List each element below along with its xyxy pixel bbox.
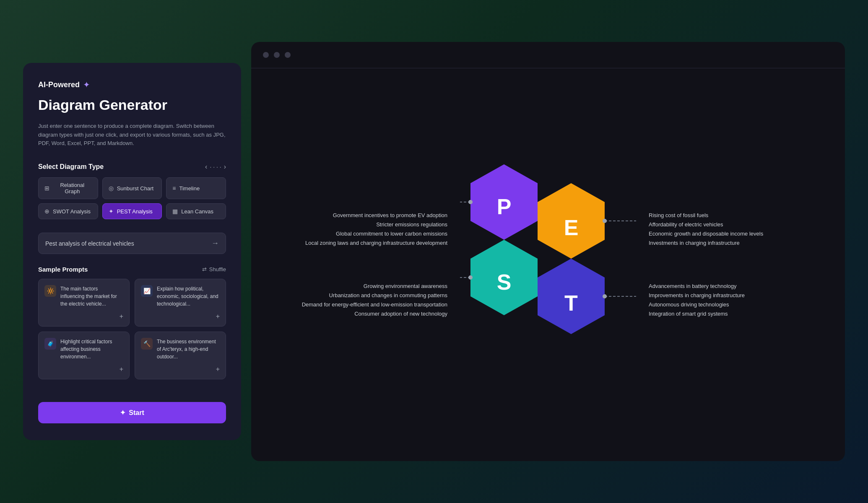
p-label-3: Global commitment to lower carbon emissi…	[305, 229, 447, 239]
t-label-1: Advancements in battery technology	[649, 282, 745, 291]
nav-dots: ‹ · · · · ›	[205, 163, 226, 171]
sample-prompts-title: Sample Prompts	[38, 266, 88, 273]
start-button[interactable]: ✦ Start	[38, 402, 226, 423]
right-labels: Rising cost of fossil fuels Affordabilit…	[636, 211, 828, 319]
diagram-type-title: Select Diagram Type	[38, 163, 104, 171]
prompt-2-icon: 📈	[141, 285, 153, 297]
e-label-3: Economic growth and disposable income le…	[649, 229, 763, 239]
ai-badge: AI-Powered ✦	[38, 80, 226, 90]
panel-description: Just enter one sentence to produce a com…	[38, 122, 226, 148]
panel-title: Diagram Generator	[38, 96, 226, 114]
svg-text:T: T	[564, 290, 578, 315]
t-label-3: Autonomous driving technologies	[649, 300, 745, 309]
svg-text:P: P	[497, 194, 512, 218]
nav-next[interactable]: ›	[224, 163, 226, 171]
input-section: →	[38, 233, 226, 254]
t-label-4: Integration of smart grid systems	[649, 309, 745, 319]
s-label-4: Consumer adoption of new technology	[302, 309, 447, 319]
s-label-2: Urbanization and changes in commuting pa…	[302, 291, 447, 300]
swot-label: SWOT Analysis	[53, 208, 91, 215]
prompt-1-text: The main factors influencing the market …	[60, 285, 123, 308]
timeline-icon: ≡	[172, 185, 176, 192]
diagram-canvas: Government incentives to promote EV adop…	[251, 68, 845, 461]
search-input[interactable]	[45, 240, 207, 247]
nav-prev[interactable]: ‹	[205, 163, 207, 171]
p-label-1: Government incentives to promote EV adop…	[305, 211, 447, 220]
svg-point-15	[603, 294, 607, 298]
prompt-1-icon: 🔆	[44, 285, 56, 297]
lean-canvas-icon: ▦	[172, 208, 178, 215]
s-label-group: Growing environmental awareness Urbaniza…	[302, 282, 447, 319]
btn-timeline[interactable]: ≡ Timeline	[166, 177, 226, 199]
e-label-2: Affordability of electric vehicles	[649, 220, 763, 229]
prompt-card-2[interactable]: 📈 Explain how political, economic, socio…	[135, 279, 226, 327]
left-labels: Government incentives to promote EV adop…	[268, 211, 460, 319]
ai-badge-text: AI-Powered	[38, 80, 80, 89]
main-container: AI-Powered ✦ Diagram Generator Just ente…	[23, 21, 845, 482]
prompt-card-3[interactable]: 🧳 Highlight critical factors affecting b…	[38, 332, 130, 379]
sample-prompts-header: Sample Prompts ⇄ Shuffle	[38, 266, 226, 273]
btn-relational-graph[interactable]: ⊞ Relational Graph	[38, 177, 98, 199]
timeline-label: Timeline	[179, 185, 200, 192]
shuffle-label: Shuffle	[209, 266, 226, 272]
prompt-1-plus: +	[120, 313, 123, 320]
s-label-3: Demand for energy-efficient and low-emis…	[302, 300, 447, 309]
diagram-type-section-header: Select Diagram Type ‹ · · · · ›	[38, 163, 226, 171]
sunburst-chart-label: Sunburst Chart	[117, 185, 153, 192]
e-label-1: Rising cost of fossil fuels	[649, 211, 763, 220]
diagram-types-grid: ⊞ Relational Graph ◎ Sunburst Chart ≡ Ti…	[38, 177, 226, 219]
window-dot-2	[274, 52, 280, 58]
prompt-card-1[interactable]: 🔆 The main factors influencing the marke…	[38, 279, 130, 327]
btn-swot-analysis[interactable]: ⊕ SWOT Analysis	[38, 203, 98, 219]
relational-graph-icon: ⊞	[44, 185, 49, 192]
window-dot-3	[285, 52, 291, 58]
prompt-2-text: Explain how political, economic, sociolo…	[157, 285, 220, 308]
shuffle-button[interactable]: ⇄ Shuffle	[202, 266, 226, 272]
prompts-grid: 🔆 The main factors influencing the marke…	[38, 279, 226, 379]
sunburst-chart-icon: ◎	[109, 185, 114, 192]
svg-text:S: S	[497, 270, 512, 294]
prompt-3-text: Highlight critical factors affecting bus…	[60, 338, 123, 360]
hex-svg: P E S T	[460, 160, 636, 370]
pest-diagram: Government incentives to promote EV adop…	[268, 85, 828, 444]
prompt-4-text: The business environment of Arc'teryx, a…	[157, 338, 220, 360]
prompt-3-plus: +	[120, 366, 123, 373]
prompt-4-plus: +	[216, 366, 220, 373]
t-label-2: Improvements in charging infrastructure	[649, 291, 745, 300]
svg-point-9	[468, 200, 473, 204]
sparkle-icon: ✦	[83, 80, 90, 90]
p-label-4: Local zoning laws and charging infrastru…	[305, 239, 447, 248]
btn-pest-analysis[interactable]: ✦ PEST Analysis	[102, 203, 162, 219]
relational-graph-label: Relational Graph	[53, 182, 92, 194]
prompt-4-icon: 🔨	[141, 338, 153, 350]
t-label-group: Advancements in battery technology Impro…	[649, 282, 745, 319]
start-star-icon: ✦	[120, 409, 125, 417]
input-wrapper: →	[38, 233, 226, 254]
btn-sunburst-chart[interactable]: ◎ Sunburst Chart	[102, 177, 162, 199]
e-label-4: Investments in charging infrastructure	[649, 239, 763, 248]
svg-point-11	[468, 275, 473, 280]
p-label-group: Government incentives to promote EV adop…	[305, 211, 447, 248]
window-header	[251, 42, 845, 68]
lean-canvas-label: Lean Canvas	[181, 208, 213, 215]
p-label-2: Stricter emissions regulations	[305, 220, 447, 229]
shuffle-icon: ⇄	[202, 266, 207, 272]
window-dot-1	[263, 52, 269, 58]
e-label-group: Rising cost of fossil fuels Affordabilit…	[649, 211, 763, 248]
input-submit-icon[interactable]: →	[211, 239, 219, 248]
prompt-2-plus: +	[216, 313, 220, 320]
svg-text:E: E	[564, 215, 579, 239]
prompt-3-icon: 🧳	[44, 338, 56, 350]
prompt-card-4[interactable]: 🔨 The business environment of Arc'teryx,…	[135, 332, 226, 379]
btn-lean-canvas[interactable]: ▦ Lean Canvas	[166, 203, 226, 219]
svg-point-13	[603, 219, 607, 223]
pest-label: PEST Analysis	[117, 208, 153, 215]
hex-grid: P E S T	[460, 160, 636, 370]
right-panel: Government incentives to promote EV adop…	[251, 42, 845, 461]
left-panel: AI-Powered ✦ Diagram Generator Just ente…	[23, 63, 241, 440]
swot-icon: ⊕	[44, 208, 49, 215]
start-label: Start	[129, 409, 144, 417]
pest-icon: ✦	[109, 208, 114, 215]
s-label-1: Growing environmental awareness	[302, 282, 447, 291]
